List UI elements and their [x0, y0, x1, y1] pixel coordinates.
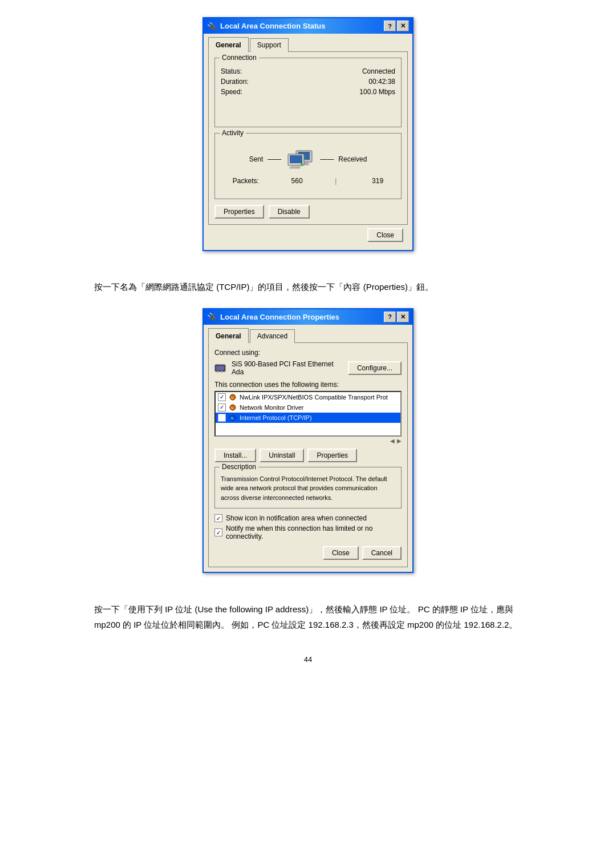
svg-rect-6 — [292, 165, 299, 167]
connection-group-title: Connection — [220, 54, 259, 62]
activity-group: Activity Sent —— — [214, 133, 402, 199]
duration-row: Duration: 00:42:38 — [221, 78, 395, 86]
dialog2-footer: Close Cancel — [214, 543, 402, 561]
close-button-title[interactable]: ✕ — [397, 21, 409, 31]
svg-rect-11 — [217, 371, 218, 373]
dialog1-content: General Support Connection Status: Conne… — [204, 34, 412, 250]
scroll-arrows: ◀ ▶ — [390, 438, 402, 444]
uninstall-button[interactable]: Uninstall — [260, 449, 304, 462]
dialog1-footer: Close — [208, 225, 408, 245]
dialog1-buttons-row: Properties Disable — [214, 205, 402, 219]
items-label: This connection uses the following items… — [214, 381, 402, 389]
install-row: Install... Uninstall Properties — [214, 449, 402, 462]
install-button[interactable]: Install... — [214, 449, 256, 462]
svg-point-8 — [301, 163, 303, 165]
properties-button-1[interactable]: Properties — [214, 205, 264, 219]
titlebar2-buttons: ? ✕ — [384, 312, 409, 322]
description-group-title: Description — [220, 463, 258, 471]
help-button-2[interactable]: ? — [384, 312, 396, 322]
status-label: Status: — [221, 67, 242, 75]
close-button-2[interactable]: Close — [323, 546, 359, 560]
packets-row: Packets: 560 | 319 — [221, 177, 395, 185]
description-group: Description Transmission Control Protoco… — [214, 467, 402, 509]
svg-text:N: N — [231, 406, 233, 410]
list-item-1[interactable]: ✓ N Network Monitor Driver — [216, 402, 400, 413]
dialog1-tabs: General Support — [208, 38, 408, 52]
tab-general-1[interactable]: General — [208, 37, 249, 52]
tab-support-1[interactable]: Support — [250, 38, 289, 52]
sent-label: Sent — [249, 155, 264, 163]
configure-button[interactable]: Configure... — [348, 361, 402, 375]
desc-text-1: 按一下名為「網際網路通訊協定 (TCP/IP)」的項目，然後按一下「內容 (Pr… — [94, 280, 433, 294]
packets-label: Packets: — [233, 177, 259, 185]
protocol-icon-2: N — [228, 414, 237, 421]
speed-label: Speed: — [221, 88, 242, 96]
network-title-icon-2: 🔌 — [207, 312, 217, 321]
list-item-2[interactable]: ✓ N Internet Protocol (TCP/IP) — [216, 413, 400, 423]
checkbox-notify-0[interactable]: ✓ — [214, 514, 222, 522]
dialog2-content: General Advanced Connect using: SiS 900-… — [204, 325, 412, 572]
checkbox-0[interactable]: ✓ — [218, 393, 226, 401]
disable-button[interactable]: Disable — [269, 205, 310, 219]
properties-button-2[interactable]: Properties — [307, 449, 357, 462]
checkbox-notify-1[interactable]: ✓ — [214, 528, 222, 536]
items-list-box[interactable]: ✓ N NwLink IPX/SPX/NetBIOS Compatible Tr… — [214, 391, 402, 437]
packets-sent: 560 — [283, 177, 311, 185]
adapter-name: SiS 900-Based PCI Fast Ethernet Ada — [232, 360, 343, 376]
page-number: 44 — [304, 655, 312, 664]
checkbox-1[interactable]: ✓ — [218, 403, 226, 411]
checkbox-label-1: Notify me when this connection has limit… — [226, 524, 402, 540]
speed-row: Speed: 100.0 Mbps — [221, 88, 395, 96]
tab-advanced-2[interactable]: Advanced — [250, 329, 295, 343]
titlebar-buttons: ? ✕ — [384, 21, 409, 31]
adapter-icon — [214, 363, 227, 373]
adapter-row: SiS 900-Based PCI Fast Ethernet Ada Conf… — [214, 360, 402, 376]
status-row: Status: Connected — [221, 67, 395, 75]
dialog-title-1: Local Area Connection Status — [220, 22, 325, 30]
bottom-text: 按一下「使用下列 IP 位址 (Use the following IP add… — [94, 601, 522, 632]
packets-divider: | — [335, 177, 337, 185]
cancel-button-2[interactable]: Cancel — [362, 546, 402, 560]
packets-received: 319 — [360, 177, 383, 185]
network-title-icon: 🔌 — [207, 22, 217, 31]
dialog2-tabs: General Advanced — [208, 329, 408, 343]
protocol-icon-1: N — [228, 404, 237, 411]
description-text: Transmission Control Protocol/Internet P… — [221, 474, 395, 503]
titlebar-left: 🔌 Local Area Connection Status — [207, 22, 325, 31]
close-button-1[interactable]: Close — [367, 228, 403, 242]
dialog-titlebar-status: 🔌 Local Area Connection Status ? ✕ — [204, 18, 412, 34]
dialog2-tab-panel: Connect using: SiS 900-Based PCI Fast Et… — [208, 342, 408, 568]
dialog-titlebar-properties: 🔌 Local Area Connection Properties ? ✕ — [204, 309, 412, 325]
checkbox-2[interactable]: ✓ — [218, 414, 226, 422]
received-label: Received — [338, 155, 367, 163]
help-button[interactable]: ? — [384, 21, 396, 31]
dialog-status: 🔌 Local Area Connection Status ? ✕ Gener… — [202, 17, 414, 251]
svg-rect-7 — [290, 167, 300, 168]
checkbox-label-0: Show icon in notification area when conn… — [226, 514, 367, 522]
speed-value: 100.0 Mbps — [359, 88, 395, 96]
close-button-title-2[interactable]: ✕ — [397, 312, 409, 322]
list-item-text-0: NwLink IPX/SPX/NetBIOS Compatible Transp… — [240, 394, 388, 401]
svg-text:N: N — [231, 417, 233, 420]
checkbox-row-1: ✓ Notify me when this connection has lim… — [214, 524, 402, 540]
connect-using-label: Connect using: — [214, 349, 402, 357]
duration-value: 00:42:38 — [368, 78, 395, 86]
list-item-text-2: Internet Protocol (TCP/IP) — [240, 414, 312, 421]
svg-rect-12 — [221, 371, 222, 373]
list-item-text-1: Network Monitor Driver — [240, 404, 303, 411]
svg-rect-5 — [290, 155, 302, 163]
activity-group-title: Activity — [220, 129, 246, 137]
list-item-0[interactable]: ✓ N NwLink IPX/SPX/NetBIOS Compatible Tr… — [216, 392, 400, 402]
arrow-line-right: —— — [320, 155, 334, 163]
dialog-properties: 🔌 Local Area Connection Properties ? ✕ G… — [202, 308, 414, 574]
dialog-title-2: Local Area Connection Properties — [220, 313, 339, 321]
network-computers-icon — [286, 148, 315, 170]
activity-section: Sent —— — [221, 144, 395, 185]
dialog1-tab-panel: Connection Status: Connected Duration: 0… — [208, 51, 408, 225]
duration-label: Duration: — [221, 78, 249, 86]
titlebar2-left: 🔌 Local Area Connection Properties — [207, 312, 339, 321]
tab-general-2[interactable]: General — [208, 328, 249, 343]
arrow-line-left: —— — [268, 155, 281, 163]
status-value: Connected — [362, 67, 395, 75]
connection-group: Connection Status: Connected Duration: 0… — [214, 58, 402, 127]
